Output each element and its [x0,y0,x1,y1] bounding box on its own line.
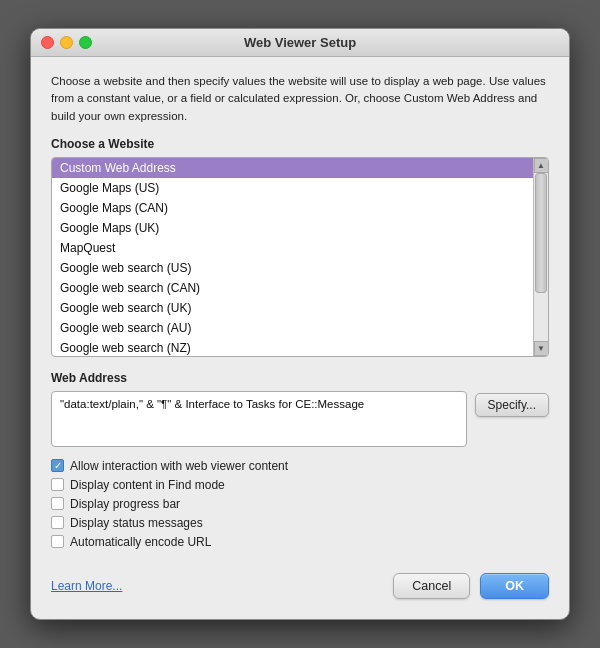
ok-button[interactable]: OK [480,573,549,599]
list-item[interactable]: Google web search (UK) [52,298,533,318]
website-list[interactable]: Custom Web AddressGoogle Maps (US)Google… [52,158,533,356]
list-item[interactable]: MapQuest [52,238,533,258]
web-address-input[interactable] [51,391,467,447]
website-listbox[interactable]: Custom Web AddressGoogle Maps (US)Google… [51,157,549,357]
checkbox-label-display-progress: Display progress bar [70,497,180,511]
description-text: Choose a website and then specify values… [51,73,549,125]
list-item[interactable]: Google web search (CAN) [52,278,533,298]
list-item[interactable]: Google web search (US) [52,258,533,278]
minimize-button[interactable] [60,36,73,49]
scroll-up-arrow[interactable]: ▲ [534,158,549,173]
list-item[interactable]: Google web search (NZ) [52,338,533,356]
web-address-row: Specify... [51,391,549,447]
list-item[interactable]: Google web search (AU) [52,318,533,338]
cancel-button[interactable]: Cancel [393,573,470,599]
checkbox-label-encode-url: Automatically encode URL [70,535,211,549]
checkbox-row: Display progress bar [51,497,549,511]
checkbox-display-status[interactable] [51,516,64,529]
scroll-track[interactable] [534,173,548,341]
checkbox-row: Automatically encode URL [51,535,549,549]
list-item[interactable]: Google Maps (US) [52,178,533,198]
scroll-down-arrow[interactable]: ▼ [534,341,549,356]
web-address-section: Web Address Specify... [51,371,549,447]
checkbox-row: Display status messages [51,516,549,530]
specify-button[interactable]: Specify... [475,393,549,417]
list-item[interactable]: Google Maps (CAN) [52,198,533,218]
checkbox-display-progress[interactable] [51,497,64,510]
checkbox-allow-interaction[interactable] [51,459,64,472]
maximize-button[interactable] [79,36,92,49]
window-title: Web Viewer Setup [244,35,356,50]
dialog-window: Web Viewer Setup Choose a website and th… [30,28,570,620]
close-button[interactable] [41,36,54,49]
dialog-content: Choose a website and then specify values… [31,57,569,619]
checkbox-encode-url[interactable] [51,535,64,548]
title-bar: Web Viewer Setup [31,29,569,57]
learn-more-link[interactable]: Learn More... [51,579,122,593]
web-address-label: Web Address [51,371,549,385]
checkbox-row: Display content in Find mode [51,478,549,492]
window-controls [41,36,92,49]
checkbox-display-find[interactable] [51,478,64,491]
checkbox-label-display-status: Display status messages [70,516,203,530]
list-scrollbar[interactable]: ▲ ▼ [533,158,548,356]
list-item[interactable]: Custom Web Address [52,158,533,178]
scroll-thumb[interactable] [535,173,547,293]
footer-buttons: Cancel OK [393,573,549,599]
list-item[interactable]: Google Maps (UK) [52,218,533,238]
checkbox-row: Allow interaction with web viewer conten… [51,459,549,473]
checkbox-label-allow-interaction: Allow interaction with web viewer conten… [70,459,288,473]
checkbox-label-display-find: Display content in Find mode [70,478,225,492]
choose-website-label: Choose a Website [51,137,549,151]
dialog-footer: Learn More... Cancel OK [51,565,549,603]
checkboxes-group: Allow interaction with web viewer conten… [51,459,549,549]
